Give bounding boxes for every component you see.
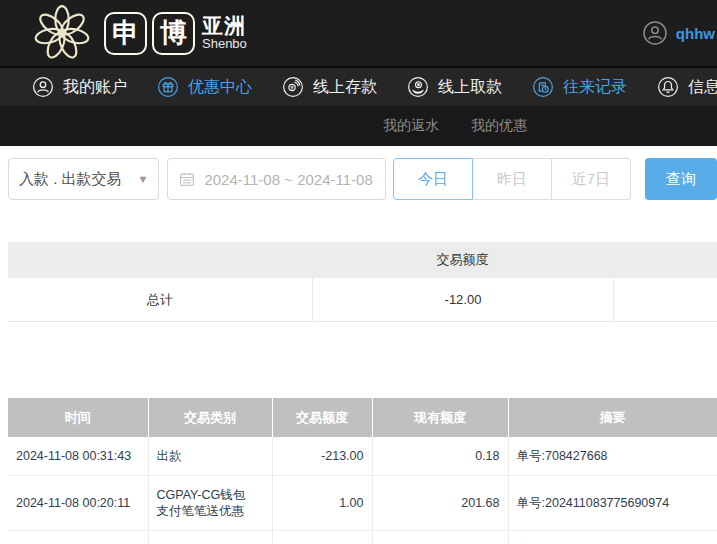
cell-type: CGPAY-CG钱包 支付笔笔送优惠 — [148, 476, 272, 531]
user-avatar-icon — [642, 20, 668, 46]
chevron-down-icon: ▼ — [138, 173, 149, 185]
nav-item-my-account[interactable]: 我的账户 — [32, 76, 127, 98]
sub-nav: 我的返水 我的优惠 — [0, 106, 717, 146]
flower-logo-icon — [26, 2, 98, 64]
nav-label: 线上存款 — [313, 77, 377, 98]
cell-type: 出款 — [148, 437, 272, 476]
column-header-memo: 摘要 — [508, 398, 717, 437]
logo-char-box: 申 — [104, 12, 147, 55]
date-range-input[interactable]: 2024-11-08 ~ 2024-11-08 — [167, 158, 386, 200]
logo-region-text: 亚洲 — [202, 15, 247, 37]
search-button[interactable]: 查询 — [645, 158, 717, 200]
filter-bar: 入款 . 出款交易 ▼ 2024-11-08 ~ 2024-11-08 今日 昨… — [8, 158, 717, 200]
select-value: 入款 . 出款交易 — [19, 170, 122, 189]
nav-item-messages[interactable]: 信息 — [657, 76, 717, 98]
last-7-days-button[interactable]: 近7日 — [552, 158, 631, 200]
column-header-type: 交易类别 — [148, 398, 272, 437]
cell-balance: 201.68 — [372, 476, 508, 531]
summary-table: 交易额度 总计 -12.00 — [8, 242, 717, 322]
nav-label: 我的账户 — [63, 77, 127, 98]
gift-icon — [157, 76, 179, 98]
transaction-type-select[interactable]: 入款 . 出款交易 ▼ — [8, 158, 159, 200]
withdraw-icon — [407, 76, 429, 98]
cell-memo: 单号:202411083775690974 — [508, 531, 717, 544]
table-row: 2024-11-08 00:20:11 CGPAY支付 200.00 200.6… — [8, 531, 717, 544]
cell-type: CGPAY支付 — [148, 531, 272, 544]
cell-amount: 1.00 — [272, 476, 372, 531]
summary-header-row: 交易额度 — [8, 242, 717, 278]
nav-item-transaction-records[interactable]: 往来记录 — [532, 76, 627, 98]
cell-memo: 单号:708427668 — [508, 437, 717, 476]
cell-time: 2024-11-08 00:20:11 — [8, 531, 148, 544]
nav-label: 往来记录 — [563, 77, 627, 98]
deposit-icon — [282, 76, 304, 98]
summary-empty-cell — [613, 278, 717, 321]
brand-logo[interactable]: 申 博 亚洲 Shenbo — [26, 2, 247, 64]
transactions-header-row: 时间 交易类别 交易额度 现有额度 摘要 — [8, 398, 717, 437]
bell-icon — [657, 76, 679, 98]
cell-time: 2024-11-08 00:31:43 — [8, 437, 148, 476]
nav-label: 信息 — [688, 77, 717, 98]
calendar-icon — [178, 170, 196, 188]
main-nav: 我的账户 优惠中心 线上存款 线上取款 — [0, 66, 717, 106]
summary-total-row: 总计 -12.00 — [8, 278, 717, 322]
cell-balance: 0.18 — [372, 437, 508, 476]
user-icon — [32, 76, 54, 98]
cell-balance: 200.68 — [372, 531, 508, 544]
nav-label: 优惠中心 — [188, 77, 252, 98]
cell-memo: 单号:202411083775690974 — [508, 476, 717, 531]
logo-latin-text: Shenbo — [202, 37, 247, 51]
username[interactable]: qhhw — [676, 25, 715, 42]
logo-char-box: 博 — [152, 12, 195, 55]
today-button[interactable]: 今日 — [393, 158, 473, 200]
transactions-table: 时间 交易类别 交易额度 现有额度 摘要 2024-11-08 00:31:43… — [8, 398, 717, 544]
column-header-amount: 交易额度 — [272, 398, 372, 437]
nav-item-online-withdraw[interactable]: 线上取款 — [407, 76, 502, 98]
records-icon — [532, 76, 554, 98]
summary-total-value: -12.00 — [312, 278, 613, 321]
nav-item-online-deposit[interactable]: 线上存款 — [282, 76, 377, 98]
yesterday-button[interactable]: 昨日 — [473, 158, 552, 200]
table-row: 2024-11-08 00:20:11 CGPAY-CG钱包 支付笔笔送优惠 1… — [8, 476, 717, 531]
table-row: 2024-11-08 00:31:43 出款 -213.00 0.18 单号:7… — [8, 437, 717, 476]
subnav-item-my-rebate[interactable]: 我的返水 — [383, 117, 439, 135]
user-area[interactable]: qhhw — [642, 20, 715, 46]
cell-time: 2024-11-08 00:20:11 — [8, 476, 148, 531]
summary-header-title: 交易额度 — [312, 251, 613, 269]
summary-total-label: 总计 — [8, 278, 312, 321]
nav-item-promotions[interactable]: 优惠中心 — [157, 76, 252, 98]
column-header-balance: 现有额度 — [372, 398, 508, 437]
nav-label: 线上取款 — [438, 77, 502, 98]
subnav-item-my-promos[interactable]: 我的优惠 — [471, 117, 527, 135]
top-header: 申 博 亚洲 Shenbo qhhw — [0, 0, 717, 66]
quick-date-buttons: 今日 昨日 近7日 — [393, 158, 631, 200]
date-range-value: 2024-11-08 ~ 2024-11-08 — [204, 171, 372, 188]
cell-amount: 200.00 — [272, 531, 372, 544]
cell-amount: -213.00 — [272, 437, 372, 476]
column-header-time: 时间 — [8, 398, 148, 437]
